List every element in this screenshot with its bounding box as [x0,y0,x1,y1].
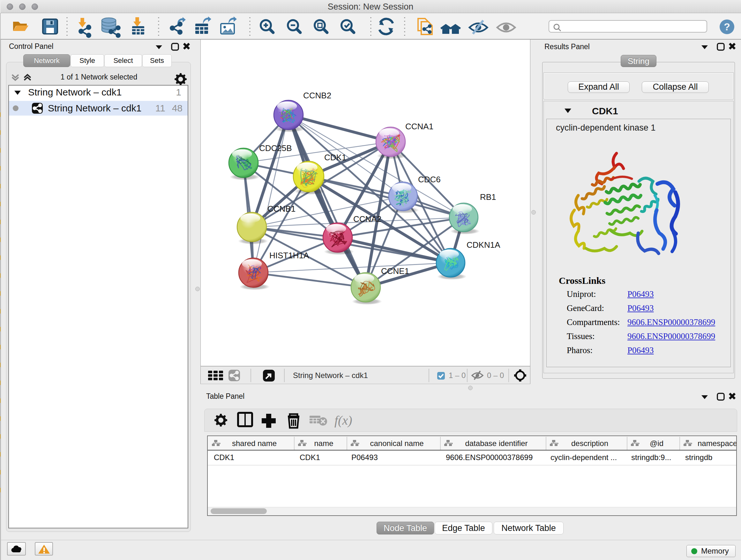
svg-text:RB1: RB1 [480,192,496,202]
svg-text:HIST1H1A: HIST1H1A [269,251,309,260]
svg-text:@id: @id [650,439,664,448]
svg-text:CCNB2: CCNB2 [303,91,331,100]
svg-text:1 – 0: 1 – 0 [449,371,466,380]
svg-text:CCNA2: CCNA2 [353,214,381,224]
svg-text:CDC25B: CDC25B [259,143,292,153]
svg-text:CCNA1: CCNA1 [405,122,433,131]
svg-text:shared name: shared name [232,439,277,448]
svg-text:name: name [314,439,333,448]
svg-text:database identifier: database identifier [465,439,528,448]
svg-text:canonical name: canonical name [370,439,423,448]
svg-text:f(x): f(x) [334,413,352,428]
svg-text:CCNE1: CCNE1 [381,266,409,276]
svg-text:description: description [571,439,608,448]
svg-text:0 – 0: 0 – 0 [487,371,504,380]
svg-text:String Network – cdk1: String Network – cdk1 [293,371,368,380]
svg-text:CDKN1A: CDKN1A [467,240,500,250]
svg-text:CDC6: CDC6 [418,175,441,184]
svg-text:namespace: namespace [697,439,736,448]
svg-text:CDK1: CDK1 [324,152,346,162]
svg-text:CCNB1: CCNB1 [267,204,295,213]
